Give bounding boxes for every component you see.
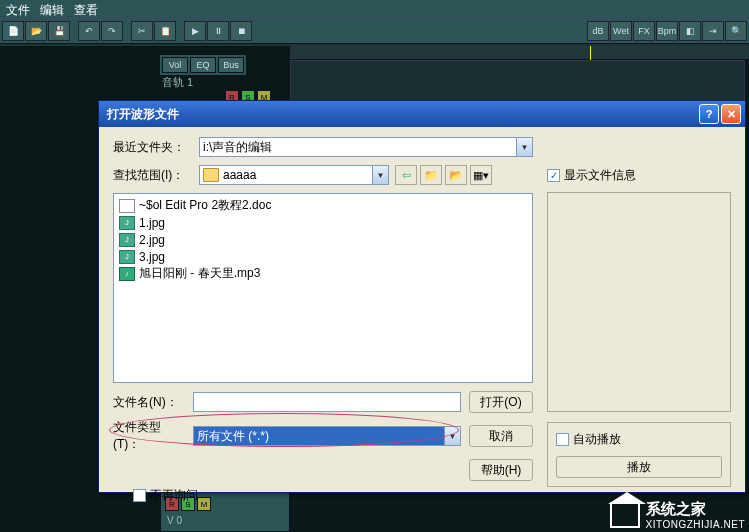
show-info-label: 显示文件信息 xyxy=(564,167,636,184)
toolbar-button[interactable]: 💾 xyxy=(48,21,70,41)
new-folder-button[interactable]: 📂 xyxy=(445,165,467,185)
jpg-icon: J xyxy=(119,216,135,230)
open-file-dialog: 打开波形文件 ? ✕ 最近文件夹： i:\声音的编辑 ▼ 查找范围(I)： aa… xyxy=(98,100,746,493)
up-folder-button[interactable]: 📁 xyxy=(420,165,442,185)
file-item[interactable]: J 2.jpg xyxy=(117,231,529,248)
fx-button[interactable]: FX xyxy=(633,21,655,41)
house-icon xyxy=(610,502,640,528)
folder-icon xyxy=(203,168,219,182)
filename-label: 文件名(N)： xyxy=(113,394,185,411)
autoplay-group: 自动播放 播放 xyxy=(547,422,731,487)
file-name: 3.jpg xyxy=(139,250,165,264)
toolbar-button[interactable]: ↶ xyxy=(78,21,100,41)
footer-watermark: 系统之家 XITONGZHIJIA.NET xyxy=(610,500,746,530)
back-button[interactable]: ⇦ xyxy=(395,165,417,185)
app-menubar: 文件 编辑 查看 xyxy=(0,0,749,18)
file-name: 1.jpg xyxy=(139,216,165,230)
help-icon[interactable]: ? xyxy=(699,104,719,124)
toolbar-button[interactable]: 📂 xyxy=(25,21,47,41)
toolbar-button[interactable]: ✂ xyxy=(131,21,153,41)
dont-ask-checkbox[interactable] xyxy=(133,489,146,502)
show-info-checkbox[interactable]: ✓ xyxy=(547,169,560,182)
file-list[interactable]: ~$ol Edit Pro 2教程2.doc J 1.jpg J 2.jpg J… xyxy=(113,193,533,383)
volume-label: V 0 xyxy=(161,515,289,526)
autoplay-checkbox[interactable] xyxy=(556,433,569,446)
chevron-down-icon[interactable]: ▼ xyxy=(516,138,532,156)
mp3-icon: ♪ xyxy=(119,267,135,281)
lookin-value: aaaaa xyxy=(223,168,256,182)
file-item[interactable]: J 3.jpg xyxy=(117,248,529,265)
toolbar-button[interactable]: ⏹ xyxy=(230,21,252,41)
footer-url: XITONGZHIJIA.NET xyxy=(646,519,746,530)
jpg-icon: J xyxy=(119,233,135,247)
recent-folder-label: 最近文件夹： xyxy=(113,139,193,156)
file-name: ~$ol Edit Pro 2教程2.doc xyxy=(139,197,271,214)
toolbar-button[interactable]: ▶ xyxy=(184,21,206,41)
file-name: 2.jpg xyxy=(139,233,165,247)
menu-item[interactable]: 文件 xyxy=(6,2,30,16)
bus-button[interactable]: Bus xyxy=(218,57,244,73)
dialog-title: 打开波形文件 xyxy=(103,106,699,123)
chevron-down-icon[interactable]: ▼ xyxy=(444,427,460,445)
eq-button[interactable]: EQ xyxy=(190,57,216,73)
menu-item[interactable]: 编辑 xyxy=(40,2,64,16)
timeline[interactable] xyxy=(290,46,749,60)
view-menu-button[interactable]: ▦▾ xyxy=(470,165,492,185)
footer-brand: 系统之家 xyxy=(646,500,746,519)
toolbar-button[interactable]: ⏸ xyxy=(207,21,229,41)
help-button[interactable]: 帮助(H) xyxy=(469,459,533,481)
autoplay-label: 自动播放 xyxy=(573,431,621,448)
wet-button[interactable]: Wet xyxy=(610,21,632,41)
filetype-value: 所有文件 (*.*) xyxy=(197,428,269,445)
app-toolbar: 📄 📂 💾 ↶ ↷ ✂ 📋 ▶ ⏸ ⏹ dB Wet FX Bpm ◧ ⇥ 🔍 xyxy=(0,18,749,44)
doc-icon xyxy=(119,199,135,213)
bpm-button[interactable]: Bpm xyxy=(656,21,678,41)
toolbar-button[interactable]: ◧ xyxy=(679,21,701,41)
recent-folder-value: i:\声音的编辑 xyxy=(203,139,272,156)
close-icon[interactable]: ✕ xyxy=(721,104,741,124)
file-info-panel xyxy=(547,192,731,412)
play-button[interactable]: 播放 xyxy=(556,456,722,478)
recent-folder-select[interactable]: i:\声音的编辑 ▼ xyxy=(199,137,533,157)
file-item[interactable]: ~$ol Edit Pro 2教程2.doc xyxy=(117,197,529,214)
toolbar-button[interactable]: 📄 xyxy=(2,21,24,41)
toolbar-button[interactable]: ↷ xyxy=(101,21,123,41)
track-header: Vol EQ Bus xyxy=(160,55,246,75)
playhead-marker[interactable] xyxy=(590,46,591,60)
lookin-select[interactable]: aaaaa ▼ xyxy=(199,165,389,185)
cancel-button[interactable]: 取消 xyxy=(469,425,533,447)
toolbar-button[interactable]: 🔍 xyxy=(725,21,747,41)
toolbar-button[interactable]: ⇥ xyxy=(702,21,724,41)
db-button[interactable]: dB xyxy=(587,21,609,41)
filetype-select[interactable]: 所有文件 (*.*) ▼ xyxy=(193,426,461,446)
toolbar-button[interactable]: 📋 xyxy=(154,21,176,41)
vol-button[interactable]: Vol xyxy=(162,57,188,73)
filename-input[interactable] xyxy=(193,392,461,412)
track-lane[interactable] xyxy=(290,60,745,105)
jpg-icon: J xyxy=(119,250,135,264)
file-item[interactable]: J 1.jpg xyxy=(117,214,529,231)
dont-ask-label: 不再询问 xyxy=(150,487,198,504)
filetype-label: 文件类型(T)： xyxy=(113,419,185,453)
chevron-down-icon[interactable]: ▼ xyxy=(372,166,388,184)
track-label: 音轨 1 xyxy=(162,75,193,90)
open-button[interactable]: 打开(O) xyxy=(469,391,533,413)
file-item[interactable]: ♪ 旭日阳刚 - 春天里.mp3 xyxy=(117,265,529,282)
menu-item[interactable]: 查看 xyxy=(74,2,98,16)
dialog-titlebar[interactable]: 打开波形文件 ? ✕ xyxy=(99,101,745,127)
lookin-label: 查找范围(I)： xyxy=(113,167,193,184)
file-name: 旭日阳刚 - 春天里.mp3 xyxy=(139,265,260,282)
